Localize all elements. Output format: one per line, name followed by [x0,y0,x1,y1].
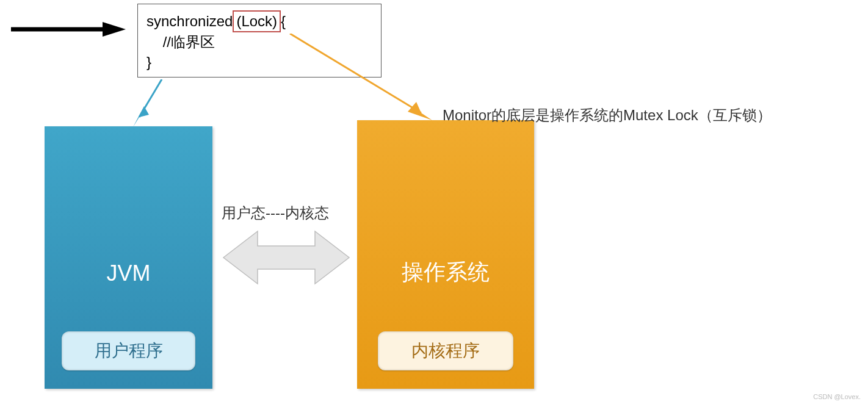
code-brace-open: { [281,13,286,29]
svg-line-4 [290,34,421,113]
jvm-box: JVM 用户程序 [45,126,212,389]
svg-marker-6 [223,231,349,284]
code-line-1: synchronized(Lock){ [146,10,372,32]
lock-highlight: (Lock) [233,10,281,32]
jvm-user-program-pill: 用户程序 [62,331,195,370]
monitor-mutex-note: Monitor的底层是操作系统的Mutex Lock（互斥锁） [443,106,772,125]
os-kernel-program-pill: 内核程序 [378,331,513,370]
user-kernel-mode-label: 用户态----内核态 [222,203,329,223]
svg-marker-5 [408,102,432,120]
code-sync-keyword: synchronized [146,13,233,29]
svg-marker-3 [133,106,149,127]
entry-arrow-icon [11,18,127,40]
os-title: 操作系统 [357,258,534,287]
double-arrow-icon [222,228,350,287]
svg-marker-1 [103,22,126,37]
watermark: CSDN @Lovex. [813,393,861,400]
jvm-title: JVM [45,261,212,286]
os-box: 操作系统 内核程序 [357,120,534,389]
